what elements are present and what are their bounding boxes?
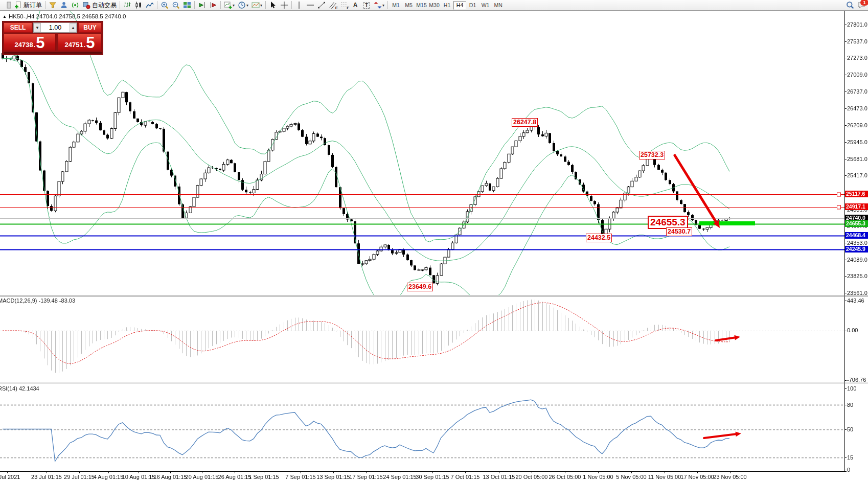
notification-badge: 1 xyxy=(860,0,868,6)
sell-price-main: 24738 xyxy=(14,41,33,49)
rsi-axis-label: 100 xyxy=(847,385,856,392)
label-tool-icon-glyph: T xyxy=(363,2,370,9)
chart-canvas[interactable] xyxy=(0,0,868,482)
time-axis-label: 10 Aug 01:15 xyxy=(122,474,155,480)
price-tick-label: 27273.0 xyxy=(847,55,867,61)
chart-title-text: HK50-,H4 24704.0 24758.5 24658.5 24740.0 xyxy=(9,13,126,19)
new-order-button[interactable]: 新订单 xyxy=(12,1,43,10)
timeframe-M30[interactable]: M30 xyxy=(428,1,441,10)
price-level-badge: 24917.1 xyxy=(845,203,868,210)
trendline-icon[interactable] xyxy=(316,1,327,10)
toolbar-separator xyxy=(120,1,120,9)
text-tool-icon[interactable]: A xyxy=(350,1,361,10)
fibonacci-icon-letter: F xyxy=(347,6,349,10)
templates-button-caret: ▾ xyxy=(260,3,262,8)
time-axis-label: 11 Nov 05:00 xyxy=(648,474,681,480)
tile-windows-icon[interactable] xyxy=(181,1,193,10)
volume-increase-button[interactable]: ▲ xyxy=(70,23,77,32)
rsi-axis-label: 50 xyxy=(847,426,853,432)
horizontal-line-icon[interactable] xyxy=(305,1,316,10)
search-icon[interactable] xyxy=(844,1,856,10)
price-tick-label: 27537.0 xyxy=(847,38,867,44)
autotrading-button[interactable]: 自动交易 xyxy=(81,1,118,10)
zoom-out-icon[interactable] xyxy=(170,1,181,10)
toolbar-separator xyxy=(157,1,157,9)
label-tool-icon[interactable]: T xyxy=(361,1,372,10)
time-axis-label: 26 Aug 01:15 xyxy=(218,474,252,480)
time-axis-label: 23 Jul 01:15 xyxy=(31,474,62,480)
timeframe-M5[interactable]: M5 xyxy=(402,1,415,10)
price-annotation-box[interactable]: 24530.7 xyxy=(666,227,692,236)
price-tick-label: 26473.0 xyxy=(847,105,867,111)
volume-value[interactable]: 1.00 xyxy=(41,23,70,32)
bar-chart-icon[interactable] xyxy=(122,1,133,10)
price-annotation-box[interactable]: 24432.5 xyxy=(586,234,612,242)
buy-price-display[interactable]: 24751.5 xyxy=(58,34,102,51)
fibonacci-icon[interactable]: F xyxy=(338,1,350,10)
price-level-badge: 24468.4 xyxy=(845,232,868,239)
buy-price-dot: . xyxy=(84,41,86,49)
price-level-badge: 24245.9 xyxy=(845,246,868,253)
sell-button[interactable]: SELL xyxy=(4,22,32,33)
price-tick-label: 25417.0 xyxy=(847,172,867,178)
toolbar-separator xyxy=(45,1,45,9)
sell-price-dot: . xyxy=(34,41,36,49)
buy-price-main: 24751 xyxy=(64,41,83,49)
toolbar-separator xyxy=(220,1,221,9)
volume-decrease-button[interactable]: ▼ xyxy=(34,23,41,32)
buy-price-big-digit: 5 xyxy=(86,35,95,50)
time-axis-label: 1 Sep 01:15 xyxy=(248,474,279,480)
periods-button[interactable]: ▾ xyxy=(236,1,250,10)
buy-button[interactable]: BUY xyxy=(78,22,102,33)
timeframe-M15[interactable]: M15 xyxy=(415,1,428,10)
time-axis-label: 30 Sep 01:15 xyxy=(416,474,449,480)
timeframe-W1[interactable]: W1 xyxy=(479,1,492,10)
clipped-icon[interactable] xyxy=(1,1,12,10)
timeframe-MN[interactable]: MN xyxy=(492,1,505,10)
chat-button[interactable]: 1 xyxy=(856,1,867,10)
main-toolbar: 新订单自动交易▾▾▾EFAT▾M1M5M15M30H1H4D1W1MN1 xyxy=(0,0,868,11)
new-order-button-label: 新订单 xyxy=(24,1,42,10)
time-axis-label: 29 Jul 01:15 xyxy=(64,474,95,480)
new-chart-button-caret: ▾ xyxy=(233,3,235,8)
price-annotation-box[interactable]: 23649.6 xyxy=(407,283,433,291)
zoom-in-icon[interactable] xyxy=(159,1,170,10)
sell-price-display[interactable]: 24738.5 xyxy=(4,34,56,51)
time-axis-label: 17 Sep 01:15 xyxy=(349,474,382,480)
chart-shift-icon[interactable] xyxy=(208,1,219,10)
timeframe-D1[interactable]: D1 xyxy=(466,1,479,10)
equidistant-channel-icon-letter: E xyxy=(335,6,338,10)
templates-button[interactable]: ▾ xyxy=(250,1,264,10)
trade-panel-strip xyxy=(4,52,102,54)
time-axis-label: 9 Jul 2021 xyxy=(0,474,20,480)
price-annotation-box[interactable]: 25732.3 xyxy=(639,151,665,159)
arrows-tool-button[interactable]: ▾ xyxy=(372,1,386,10)
rsi-value: 42.1434 xyxy=(19,385,39,392)
sell-price-big-digit: 5 xyxy=(36,35,44,50)
time-axis-label: 17 Nov 05:00 xyxy=(680,474,714,480)
cursor-icon[interactable] xyxy=(267,1,279,10)
timeframe-H1[interactable]: H1 xyxy=(441,1,453,10)
time-axis-label: 13 Oct 01:15 xyxy=(483,474,515,480)
timeframe-H4[interactable]: H4 xyxy=(453,1,466,10)
equidistant-channel-icon[interactable]: E xyxy=(327,1,338,10)
line-chart-icon[interactable] xyxy=(144,1,155,10)
crosshair-icon[interactable] xyxy=(279,1,290,10)
vertical-line-icon[interactable] xyxy=(293,1,305,10)
candlestick-chart-icon[interactable] xyxy=(133,1,144,10)
price-tick-label: 23825.0 xyxy=(847,273,867,279)
timeframe-M1[interactable]: M1 xyxy=(390,1,402,10)
new-chart-button[interactable]: ▾ xyxy=(222,1,236,10)
depth-of-market-icon[interactable] xyxy=(47,1,58,10)
rsi-label: RSI(14) xyxy=(0,385,17,392)
auto-scroll-icon[interactable] xyxy=(196,1,208,10)
volume-stepper: ▼ 1.00 ▲ xyxy=(33,22,77,33)
rsi-axis-label: 15 xyxy=(847,454,853,461)
autotrading-button-label: 自动交易 xyxy=(92,1,117,10)
price-tick-label: 27009.0 xyxy=(847,72,867,78)
community-icon[interactable] xyxy=(58,1,70,10)
periods-button-caret: ▾ xyxy=(246,3,248,8)
price-annotation-box[interactable]: 26247.8 xyxy=(512,118,538,127)
signals-icon[interactable] xyxy=(70,1,81,10)
macd-label: MACD(12,26,9) xyxy=(0,297,37,304)
